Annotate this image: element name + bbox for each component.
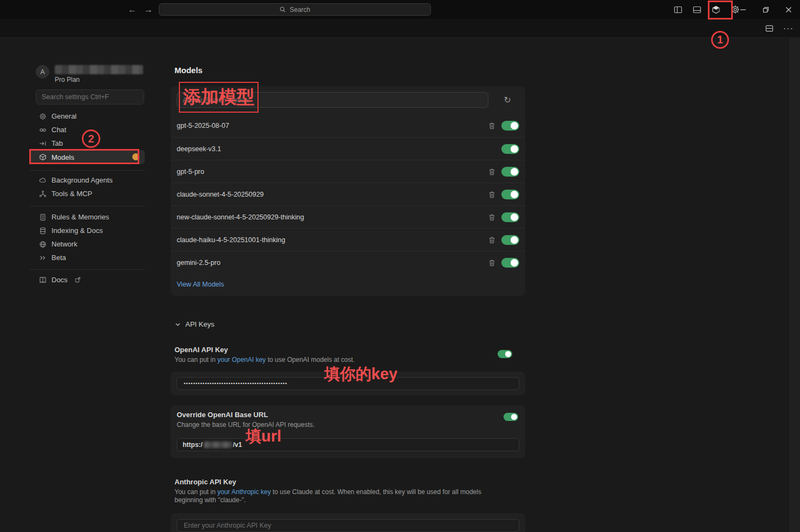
model-enabled-toggle[interactable] [501,258,519,268]
api-keys-section-header[interactable]: API Keys [175,320,525,328]
cursor-logo-icon[interactable] [709,3,722,16]
model-enabled-toggle[interactable] [501,212,519,222]
model-name: gpt-5-2025-08-07 [177,122,229,129]
sidebar-item-rules-memories[interactable]: Rules & Memories [30,210,145,224]
sidebar-item-models[interactable]: Models [30,150,145,164]
editor-tab-bar: ··· [0,19,800,38]
cursor-settings-window: ← → Search [0,0,800,532]
sidebar-item-label: General [51,112,76,120]
more-actions-icon[interactable]: ··· [783,24,793,34]
sidebar-item-label: Tools & MCP [51,190,92,198]
sidebar-item-network[interactable]: Network [30,237,145,251]
divider [30,269,145,270]
settings-search-input[interactable]: Search settings Ctrl+F [36,89,144,105]
trash-icon[interactable] [488,168,495,176]
anthropic-key-placeholder: Enter your Anthropic API Key [184,522,271,529]
sidebar-item-general[interactable]: General [30,109,145,123]
openai-key-input[interactable]: ••••••••••••••••••••••••••••••••••••••••… [177,377,519,390]
model-row: claude-sonnet-4-5-20250929 [171,183,525,205]
divider [30,170,145,171]
url-redacted-segment [204,442,232,448]
account-row: A Pro Plan [36,65,143,83]
model-enabled-toggle[interactable] [501,190,519,199]
nodes-icon [39,190,47,198]
desc-text: to use OpenAI models at cost. [266,356,354,364]
gear-icon [39,113,47,120]
infinity-icon [39,126,47,134]
cube-icon [39,153,47,161]
model-row: claude-haiku-4-5-20251001-thinking [171,228,525,251]
global-search-box[interactable]: Search [159,3,431,16]
restore-icon[interactable] [754,0,777,19]
back-arrow-icon[interactable]: ← [128,5,137,15]
model-enabled-toggle[interactable] [501,167,519,177]
sidebar-item-indexing-docs[interactable]: Indexing & Docs [30,224,145,237]
sidebar-item-beta[interactable]: Beta [30,251,145,264]
add-model-input[interactable]: Add or Search Models [177,92,488,108]
sidebar-item-label: Rules & Memories [51,213,109,221]
sidebar-item-tab[interactable]: Tab [30,137,145,150]
settings-main-pane: Models Add or Search Models ↻ gpt-5-2025… [171,38,525,532]
refresh-icon[interactable]: ↻ [504,95,511,105]
scrollbar-track[interactable] [790,38,800,532]
anthropic-key-section: Anthropic API Key You can put in your An… [171,478,525,504]
url-prefix: https:/ [183,441,203,449]
panel-bottom-icon[interactable] [691,3,704,16]
model-name: gpt-5-pro [177,168,204,176]
trash-icon[interactable] [488,122,495,129]
panel-left-icon[interactable] [672,3,685,16]
base-url-card: Override OpenAI Base URL Change the base… [171,405,525,458]
desc-text: You can put in [175,356,217,364]
base-url-label: Override OpenAI Base URL [177,411,519,419]
model-enabled-toggle[interactable] [501,121,519,131]
models-notification-dot [132,153,139,160]
chevrons-right-icon [39,254,47,262]
trash-icon[interactable] [488,259,495,267]
close-icon[interactable] [777,0,800,19]
model-row: new-claude-sonnet-4-5-20250929-thinking [171,205,525,228]
openai-key-label: OpenAI API Key [175,346,521,354]
tab-arrow-icon [39,140,47,147]
sidebar-item-label: Beta [51,254,66,262]
model-enabled-toggle[interactable] [501,144,519,154]
sidebar-item-background-agents[interactable]: Background Agents [30,173,145,187]
trash-icon[interactable] [488,213,495,221]
anthropic-key-card: Enter your Anthropic API Key [171,513,525,532]
search-icon [279,6,286,13]
model-enabled-toggle[interactable] [501,235,519,245]
model-name: deepseek-v3.1 [177,145,221,153]
trash-icon[interactable] [488,191,495,198]
forward-arrow-icon[interactable]: → [144,5,153,15]
base-url-input[interactable]: https://v1 [177,438,519,451]
trash-icon[interactable] [488,236,495,244]
sidebar-item-label: Network [51,240,78,248]
model-row: gpt-5-2025-08-07 [171,114,525,137]
model-row: gemini-2.5-pro [171,251,525,274]
settings-search-placeholder: Search settings Ctrl+F [42,93,109,101]
view-all-models-link[interactable]: View All Models [177,281,224,288]
sidebar-item-docs[interactable]: Docs [30,273,145,287]
sidebar-item-tools-mcp[interactable]: Tools & MCP [30,187,145,200]
external-link-icon [75,277,81,283]
avatar: A [36,65,49,79]
split-editor-icon[interactable] [763,22,776,35]
openai-key-card: ••••••••••••••••••••••••••••••••••••••••… [171,372,525,395]
base-url-toggle[interactable] [504,413,518,421]
sidebar-item-chat[interactable]: Chat [30,123,145,137]
plan-label: Pro Plan [55,76,143,83]
sidebar-item-label: Docs [51,276,68,284]
url-suffix: /v1 [233,441,242,449]
openai-key-toggle[interactable] [498,350,512,358]
openai-key-link[interactable]: your OpenAI key [217,356,266,364]
anthropic-key-link[interactable]: your Anthropic key [217,488,271,496]
model-name: new-claude-sonnet-4-5-20250929-thinking [177,213,304,221]
sidebar-item-label: Indexing & Docs [51,226,103,235]
database-icon [39,227,47,235]
model-list: gpt-5-2025-08-07 deepseek-v3.1 gpt-5-pro [171,114,525,274]
minimize-icon[interactable] [732,0,754,19]
book-icon [39,276,47,284]
page-title: Models [175,66,525,75]
base-url-desc: Change the base URL for OpenAI API reque… [177,421,519,429]
model-name: claude-sonnet-4-5-20250929 [177,191,264,198]
anthropic-key-input[interactable]: Enter your Anthropic API Key [177,519,519,532]
